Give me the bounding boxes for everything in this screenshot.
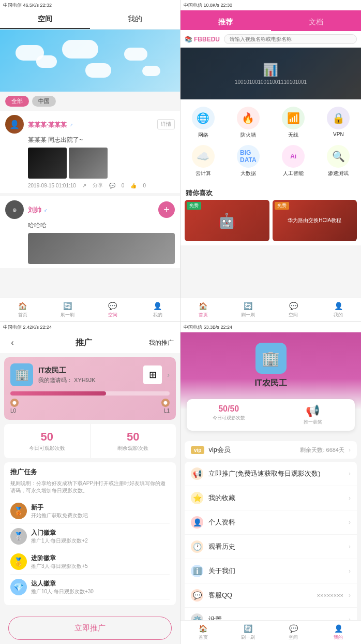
status-carrier-br: 中国电信 53.3B/s 22:24: [184, 324, 232, 331]
br-nav-refresh[interactable]: 🔄 刷一刷: [225, 624, 270, 641]
cloud-label: 云计算: [195, 170, 211, 177]
icon-firewall[interactable]: 🔥 防火墙: [225, 104, 270, 142]
progress-bar: [10, 391, 170, 396]
rec-card-2[interactable]: 免费 华为路由交换HCIA教程: [273, 200, 357, 241]
tr-nav-home[interactable]: 🏠 首页: [180, 301, 225, 318]
screen-profile: 中国电信 53.3B/s 22:24 🏢 IT农民工 50/50 今日可观影次数…: [180, 322, 361, 644]
filter-china[interactable]: 中国: [32, 96, 56, 107]
refresh-icon: 🔄: [63, 301, 72, 311]
level-l0: L0: [10, 408, 16, 414]
post-img-1: [28, 148, 67, 179]
tr-nav-mine[interactable]: 👤 我的: [316, 301, 361, 318]
tr-home-icon: 🏠: [199, 301, 208, 311]
post2-text: 哈哈哈: [28, 221, 175, 230]
qq-menu-label: 客服QQ: [208, 591, 312, 600]
icon-vpn[interactable]: 🔒 VPN: [316, 104, 361, 142]
cloud-4: [85, 63, 111, 78]
br-nav-home[interactable]: 🏠 首页: [180, 624, 225, 641]
home-icon: 🏠: [18, 301, 27, 311]
about-menu-icon: ℹ️: [191, 565, 203, 577]
br-stat-level: 📢 推一获奖: [271, 404, 355, 426]
comment-icon: 💬: [109, 183, 115, 188]
cloud-icon: ☁️: [192, 145, 215, 168]
back-button[interactable]: ‹: [6, 336, 19, 349]
bigdata-icon: BIGDATA: [237, 145, 260, 168]
br-vip-row[interactable]: vip vip会员 剩余天数: 6684天 ›: [185, 441, 357, 459]
bigdata-label: 大数据: [240, 170, 256, 177]
tr-nav-refresh[interactable]: 🔄 刷一刷: [225, 301, 270, 318]
dot-l1: ⬤: [161, 399, 170, 407]
post-card-1: 👤 某某某·某某某 ♂ 详情 某某某 同志出院了~ 2019-09-15 01:…: [0, 111, 180, 193]
qq-chevron-icon: ›: [349, 592, 351, 599]
br-nav-space[interactable]: 💬 空间: [271, 624, 316, 641]
plus-button[interactable]: +: [158, 201, 175, 218]
like-count-1: 0: [143, 183, 146, 188]
tr-space-icon: 💬: [289, 301, 298, 311]
tab-docs[interactable]: 文档: [271, 14, 362, 31]
icon-pentest[interactable]: 🔍 渗透测试: [316, 142, 361, 180]
icon-bigdata[interactable]: BIGDATA 大数据: [225, 142, 270, 180]
tl-nav-refresh[interactable]: 🔄 刷一刷: [45, 301, 90, 318]
invite-code-value: XYH9JK: [74, 377, 96, 383]
vip-days: 剩余天数: 6684天: [300, 446, 344, 454]
tl-nav-mine[interactable]: 👤 我的: [135, 301, 180, 318]
rec-card-1[interactable]: 免费 🤖: [185, 200, 269, 241]
tr-nav-space[interactable]: 💬 空间: [271, 301, 316, 318]
tab-recommend[interactable]: 推荐: [180, 14, 271, 31]
promote-button[interactable]: 立即推广: [8, 617, 172, 640]
task-req-1: 推广1人·每日观影次数+2: [31, 537, 170, 545]
br-stat-level-content: 📢: [271, 404, 355, 418]
tr-brand: 📚 FBBEDU: [185, 36, 220, 43]
tl-nav-mine-label: 我的: [153, 312, 162, 318]
menu-item-collect[interactable]: ⭐ 我的收藏 ›: [185, 486, 357, 510]
br-nav-mine[interactable]: 👤 我的: [316, 624, 361, 641]
br-refresh-icon: 🔄: [244, 624, 253, 633]
bl-task-section: 推广任务 规则说明：分享给好友成功下载APP并打开或注册时好友填写你的邀请码，可…: [4, 462, 176, 605]
gender-icon-2: ♂: [43, 208, 48, 213]
icon-wifi[interactable]: 📶 无线: [271, 104, 316, 142]
post-header-1: 👤 某某某·某某某 ♂ 详情: [5, 115, 175, 134]
menu-item-about[interactable]: ℹ️ 关于我们 ›: [185, 559, 357, 583]
search-input[interactable]: [224, 34, 357, 44]
detail-btn-1[interactable]: 详情: [157, 119, 175, 129]
pentest-label: 渗透测试: [328, 170, 349, 177]
icon-cloud[interactable]: ☁️ 云计算: [180, 142, 225, 180]
qr-code-button[interactable]: ⊞: [143, 365, 162, 384]
menu-item-qq[interactable]: 💬 客服QQ ×××××××× ›: [185, 583, 357, 608]
tab-mine[interactable]: 我的: [90, 10, 180, 29]
task-icon-gold: 🥇: [10, 553, 27, 570]
task-item-beginner: 🥉 新手 开始推广获取免费次数吧: [10, 499, 170, 524]
wifi-icon: 📶: [282, 107, 305, 129]
share-label-1: 分享: [93, 182, 103, 189]
icon-ai[interactable]: Ai 人工智能: [271, 142, 316, 180]
mine-icon: 👤: [153, 301, 162, 311]
task-icon-silver: 🥈: [10, 528, 27, 545]
tab-space[interactable]: 空间: [0, 10, 90, 29]
promote-title: 推广: [76, 338, 92, 348]
tr-bottom-nav: 🏠 首页 🔄 刷一刷 💬 空间 👤 我的: [180, 298, 361, 321]
vip-label: vip会员: [208, 445, 296, 455]
br-stats-row: 50/50 今日可观影次数 📢 推一获奖: [187, 399, 355, 431]
profile-menu-label: 个人资料: [208, 518, 343, 527]
tr-refresh-icon: 🔄: [244, 301, 253, 311]
about-chevron-icon: ›: [349, 567, 351, 575]
level-l1: L1: [164, 408, 170, 414]
br-bottom-nav: 🏠 首页 🔄 刷一刷 💬 空间 👤 我的: [180, 620, 361, 644]
menu-item-profile[interactable]: 👤 个人资料 ›: [185, 510, 357, 535]
menu-item-promote[interactable]: 📢 立即推广(免费迅速获取每日观影次数) ›: [185, 462, 357, 486]
task-item-entry: 🥈 入门徽章 推广1人·每日观影次数+2: [10, 524, 170, 549]
tl-banner: [0, 30, 180, 92]
tl-nav-home[interactable]: 🏠 首页: [0, 301, 45, 318]
cloud-6: [142, 66, 160, 76]
filter-all[interactable]: 全部: [5, 96, 29, 107]
stat-today-label: 今日可观影次数: [8, 445, 86, 452]
about-menu-label: 关于我们: [208, 566, 343, 576]
tl-nav-space[interactable]: 💬 空间: [90, 301, 135, 318]
network-label: 网络: [198, 131, 208, 139]
network-icon: 🌐: [192, 107, 215, 129]
my-promote-btn[interactable]: 我的推广: [149, 339, 174, 347]
wifi-label: 无线: [288, 131, 298, 139]
bl-levels: L0 L1: [10, 408, 170, 414]
menu-item-history[interactable]: 🕐 观看历史 ›: [185, 535, 357, 559]
icon-network[interactable]: 🌐 网络: [180, 104, 225, 142]
